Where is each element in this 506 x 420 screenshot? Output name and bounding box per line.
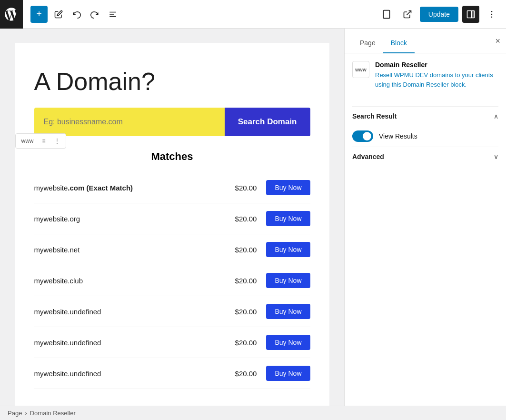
block-info-title: Domain Reseller [375, 61, 498, 69]
sidebar-tabs: Page Block × [345, 29, 506, 53]
buy-now-button[interactable]: Buy Now [266, 180, 310, 195]
buy-now-button[interactable]: Buy Now [266, 242, 310, 257]
add-block-button[interactable]: + [30, 6, 48, 23]
block-info-desc: Resell WPMU DEV domains to your clients … [375, 70, 498, 89]
domain-row: mywebsite.club$20.00Buy Now [34, 265, 310, 296]
options-button[interactable] [483, 6, 500, 23]
buy-now-button[interactable]: Buy Now [266, 273, 310, 288]
tab-page[interactable]: Page [352, 33, 383, 53]
search-domain-button[interactable]: Search Domain [225, 108, 310, 136]
page-title: A Domain? [34, 67, 310, 96]
domain-price: $20.00 [235, 277, 257, 285]
domain-name: mywebsite.org [34, 215, 235, 223]
list-view-button[interactable] [106, 7, 120, 21]
update-button[interactable]: Update [420, 7, 458, 22]
domain-name: mywebsite.net [34, 246, 235, 254]
buy-now-button[interactable]: Buy Now [266, 304, 310, 319]
block-align-btn[interactable]: ≡ [39, 136, 50, 146]
preview-external-button[interactable] [399, 6, 416, 23]
search-result-section[interactable]: Search Result ∧ [352, 106, 498, 126]
domain-row: mywebsite.undefined$20.00Buy Now [34, 296, 310, 327]
breadcrumb-page[interactable]: Page [8, 410, 22, 417]
block-info: www Domain Reseller Resell WPMU DEV doma… [352, 61, 498, 97]
search-bar: Search Domain [34, 108, 310, 136]
close-sidebar-button[interactable]: × [495, 36, 500, 46]
sidebar-content: www Domain Reseller Resell WPMU DEV doma… [345, 53, 506, 420]
svg-rect-3 [383, 10, 389, 18]
domain-name: mywebsite.com (Exact Match) [34, 184, 235, 192]
undo-button[interactable] [69, 7, 84, 21]
buy-now-button[interactable]: Buy Now [266, 335, 310, 350]
domain-row: mywebsite.org$20.00Buy Now [34, 203, 310, 234]
advanced-section[interactable]: Advanced ∨ [352, 147, 498, 166]
svg-point-10 [491, 13, 493, 15]
advanced-label: Advanced [352, 153, 384, 160]
preview-tablet-button[interactable] [378, 6, 395, 23]
svg-point-11 [491, 16, 493, 18]
domain-price: $20.00 [235, 246, 257, 254]
search-result-chevron-up-icon: ∧ [494, 112, 498, 120]
view-results-row: View Results [352, 126, 498, 147]
advanced-chevron-down-icon: ∨ [494, 153, 498, 160]
search-result-label: Search Result [352, 112, 397, 120]
domain-row: mywebsite.com (Exact Match)$20.00Buy Now [34, 172, 310, 203]
sidebar-toggle-button[interactable] [462, 6, 479, 23]
view-results-label: View Results [379, 132, 417, 140]
main-layout: www ≡ ⋮ A Domain? Search Domain Matches … [0, 29, 506, 420]
redo-button[interactable] [88, 7, 102, 21]
block-www-icon: www [352, 61, 369, 78]
editor-wrapper: www ≡ ⋮ A Domain? Search Domain Matches … [0, 29, 344, 420]
domain-price: $20.00 [235, 339, 257, 347]
editor-canvas: www ≡ ⋮ A Domain? Search Domain Matches … [15, 43, 329, 408]
toggle-knob [363, 132, 371, 140]
search-input[interactable] [34, 108, 225, 136]
view-results-toggle[interactable] [352, 130, 373, 142]
toolbar: + Update [0, 0, 506, 29]
domain-price: $20.00 [235, 308, 257, 316]
block-toolbar: www ≡ ⋮ [15, 133, 66, 149]
domain-name: mywebsite.undefined [34, 370, 235, 378]
block-www-btn[interactable]: www [18, 136, 38, 146]
svg-line-5 [407, 10, 411, 15]
domain-name: mywebsite.undefined [34, 308, 235, 316]
domain-row: mywebsite.net$20.00Buy Now [34, 234, 310, 265]
editor-scroll-area[interactable]: www ≡ ⋮ A Domain? Search Domain Matches … [0, 29, 344, 420]
svg-point-9 [491, 10, 493, 12]
block-more-btn[interactable]: ⋮ [50, 136, 64, 146]
buy-now-button[interactable]: Buy Now [266, 366, 310, 381]
breadcrumb: Page › Domain Reseller [0, 406, 506, 420]
domain-row: mywebsite.undefined$20.00Buy Now [34, 327, 310, 358]
sidebar: Page Block × www Domain Reseller Resell … [344, 29, 506, 420]
tab-block[interactable]: Block [383, 33, 415, 53]
breadcrumb-current: Domain Reseller [30, 410, 76, 417]
matches-title: Matches [34, 150, 310, 163]
svg-rect-6 [472, 10, 475, 18]
domain-price: $20.00 [235, 370, 257, 378]
domain-name: mywebsite.club [34, 277, 235, 285]
buy-now-button[interactable]: Buy Now [266, 211, 310, 226]
domain-name: mywebsite.undefined [34, 339, 235, 347]
breadcrumb-separator: › [25, 410, 27, 417]
wp-logo[interactable] [0, 0, 23, 29]
domain-price: $20.00 [235, 184, 257, 192]
domain-price: $20.00 [235, 215, 257, 223]
block-info-text: Domain Reseller Resell WPMU DEV domains … [375, 61, 498, 89]
domain-row: mywebsite.undefined$20.00Buy Now [34, 358, 310, 389]
edit-button[interactable] [51, 7, 66, 21]
domain-list: mywebsite.com (Exact Match)$20.00Buy Now… [34, 172, 310, 389]
